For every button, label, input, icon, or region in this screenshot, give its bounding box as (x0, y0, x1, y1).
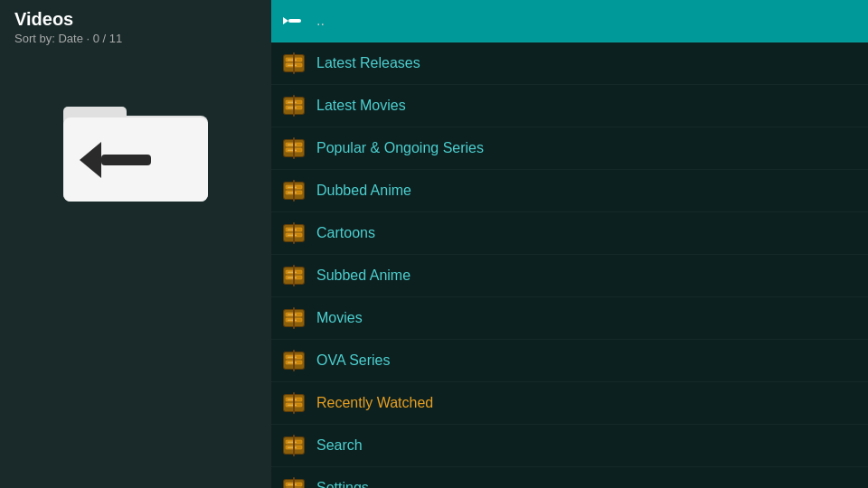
svg-rect-81 (288, 484, 297, 486)
svg-rect-60 (288, 357, 297, 359)
folder-back-icon (63, 90, 208, 208)
plugin-icon (281, 475, 307, 488)
item-label-popular-ongoing: Popular & Ongoing Series (316, 140, 484, 156)
plugin-icon (281, 433, 307, 458)
plugin-icon (281, 390, 307, 416)
item-icon-subbed-anime (280, 262, 307, 289)
list-item-subbed-anime[interactable]: Subbed Anime (271, 255, 868, 297)
svg-rect-46 (288, 272, 297, 274)
svg-rect-5 (288, 19, 301, 23)
list-item-popular-ongoing[interactable]: Popular & Ongoing Series (271, 127, 868, 170)
svg-rect-69 (293, 392, 295, 414)
item-label-recently-watched: Recently Watched (316, 395, 433, 411)
svg-rect-3 (101, 155, 151, 165)
svg-rect-53 (288, 314, 297, 316)
svg-rect-18 (288, 102, 297, 104)
item-label-search: Search (316, 437, 363, 454)
svg-rect-27 (293, 137, 295, 159)
item-icon-recently-watched (280, 389, 307, 417)
plugin-icon (281, 93, 307, 118)
svg-rect-11 (288, 60, 297, 61)
svg-rect-76 (293, 435, 295, 456)
svg-rect-41 (293, 222, 295, 244)
plugin-icon (281, 136, 307, 161)
svg-rect-39 (288, 230, 297, 231)
item-label-movies: Movies (316, 310, 363, 326)
svg-rect-62 (293, 350, 295, 371)
back-arrow-icon (283, 13, 305, 29)
svg-rect-47 (288, 277, 297, 279)
list-item-latest-releases[interactable]: Latest Releases (271, 42, 868, 85)
item-label-subbed-anime: Subbed Anime (316, 267, 410, 284)
item-label-latest-movies: Latest Movies (316, 98, 406, 114)
svg-rect-68 (288, 405, 297, 407)
item-label-back: .. (316, 13, 325, 29)
item-icon-search (280, 432, 307, 459)
item-label-latest-releases: Latest Releases (316, 55, 420, 71)
list-item-movies[interactable]: Movies (271, 297, 868, 340)
svg-rect-74 (288, 442, 297, 444)
list-item-search[interactable]: Search (271, 425, 868, 467)
list-item-back[interactable]: .. (271, 0, 868, 42)
list-item-settings[interactable]: Settings (271, 467, 868, 488)
plugin-icon (281, 348, 307, 373)
svg-rect-33 (288, 192, 297, 194)
plugin-icon (281, 51, 307, 76)
svg-rect-48 (293, 265, 295, 286)
item-icon-latest-movies (280, 92, 307, 119)
svg-rect-55 (293, 307, 295, 329)
plugin-icon (281, 305, 307, 331)
list-item-dubbed-anime[interactable]: Dubbed Anime (271, 170, 868, 212)
item-icon-movies (280, 305, 307, 332)
page-subtitle: Sort by: Date · 0 / 11 (14, 32, 122, 45)
svg-rect-75 (288, 447, 297, 449)
item-label-ova-series: OVA Series (316, 352, 391, 369)
folder-icon-container (14, 90, 257, 208)
item-icon-latest-releases (280, 50, 307, 77)
svg-rect-67 (288, 399, 297, 401)
list-item-recently-watched[interactable]: Recently Watched (271, 382, 868, 425)
svg-rect-20 (293, 95, 295, 117)
plugin-icon (281, 221, 307, 246)
svg-rect-19 (288, 108, 297, 109)
svg-rect-61 (288, 362, 297, 364)
plugin-icon (281, 263, 307, 288)
svg-rect-40 (288, 235, 297, 237)
item-label-settings: Settings (316, 480, 369, 488)
item-icon-back (280, 7, 307, 34)
list-item-ova-series[interactable]: OVA Series (271, 340, 868, 382)
list-item-latest-movies[interactable]: Latest Movies (271, 85, 868, 127)
list-item-cartoons[interactable]: Cartoons (271, 212, 868, 255)
svg-rect-54 (288, 320, 297, 322)
page-title: Videos (14, 9, 73, 30)
item-icon-cartoons (280, 220, 307, 247)
item-label-cartoons: Cartoons (316, 225, 375, 241)
item-label-dubbed-anime: Dubbed Anime (316, 183, 411, 199)
item-icon-ova-series (280, 347, 307, 374)
item-icon-settings (280, 474, 307, 488)
menu-list: .. Latest Releases (271, 0, 868, 488)
svg-marker-6 (283, 17, 288, 24)
item-icon-dubbed-anime (280, 177, 307, 204)
svg-rect-12 (288, 65, 297, 67)
svg-rect-25 (288, 145, 297, 146)
svg-rect-26 (288, 150, 297, 152)
left-panel: Videos Sort by: Date · 0 / 11 (0, 0, 271, 488)
svg-rect-13 (293, 52, 295, 74)
svg-rect-83 (293, 477, 295, 488)
plugin-icon (281, 178, 307, 203)
svg-rect-34 (293, 180, 295, 202)
svg-rect-32 (288, 187, 297, 189)
item-icon-popular-ongoing (280, 135, 307, 162)
